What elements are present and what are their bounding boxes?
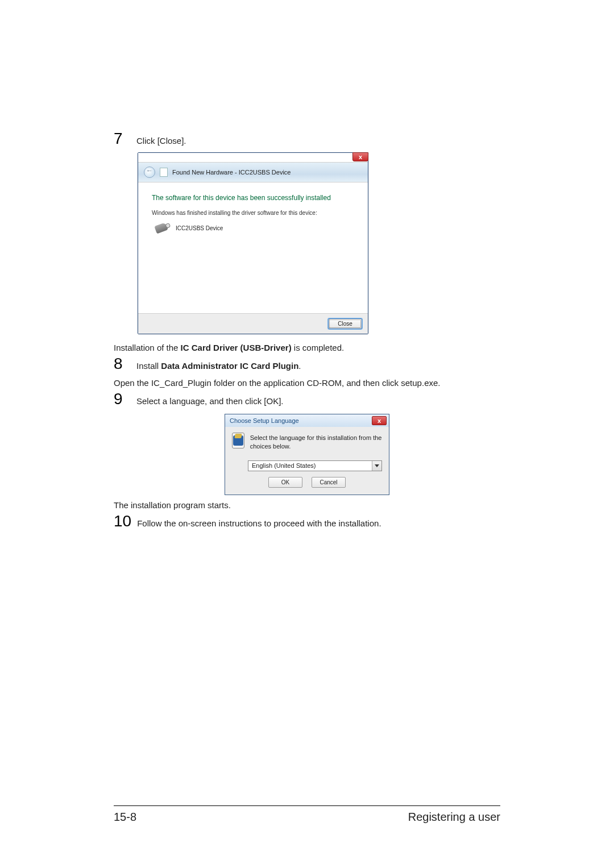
back-icon[interactable]: [144, 167, 155, 178]
device-row: ICC2USBS Device: [152, 224, 354, 232]
step-9: 9 Select a language, and then click [OK]…: [114, 391, 500, 408]
plugin-name: Data Administrator IC Card Plugin: [161, 361, 298, 371]
close-button[interactable]: Close: [328, 318, 362, 329]
dialog-footer: Close: [138, 313, 368, 334]
ok-button[interactable]: OK: [268, 477, 302, 488]
page: 7 Click [Close]. x Found New Hardware - …: [0, 0, 614, 868]
step-number: 7: [114, 131, 131, 147]
footer-divider: [114, 805, 500, 806]
text: .: [298, 361, 301, 371]
language-select[interactable]: English (United States): [248, 460, 382, 471]
step-number: 10: [114, 513, 131, 529]
button-row: OK Cancel: [232, 477, 382, 488]
text: Installation of the: [114, 343, 181, 352]
choose-language-dialog: Choose Setup Language x Select the langu…: [225, 414, 389, 495]
cancel-button[interactable]: Cancel: [312, 477, 346, 488]
found-new-hardware-dialog: x Found New Hardware - ICC2USBS Device T…: [138, 152, 368, 334]
page-icon: [160, 168, 168, 177]
driver-name: IC Card Driver (USB-Driver): [181, 343, 292, 352]
install-starts-line: The installation program starts.: [114, 499, 500, 512]
install-completed-line: Installation of the IC Card Driver (USB-…: [114, 341, 500, 355]
dialog-title: Found New Hardware - ICC2USBS Device: [172, 169, 291, 176]
selected-value: English (United States): [252, 462, 316, 469]
step-text: Follow the on-screen instructions to pro…: [137, 513, 381, 530]
step-text: Click [Close].: [136, 131, 186, 148]
step-number: 9: [114, 391, 131, 407]
titlebar: x: [138, 153, 368, 162]
text: is completed.: [292, 343, 345, 352]
step-7: 7 Click [Close].: [114, 131, 500, 148]
dialog-message: Select the language for this installatio…: [250, 433, 382, 451]
titlebar: Choose Setup Language x: [225, 414, 389, 427]
device-name: ICC2USBS Device: [176, 225, 223, 231]
dialog-header: Found New Hardware - ICC2USBS Device: [138, 162, 368, 182]
step-number: 8: [114, 356, 131, 372]
dialog-body: Select the language for this installatio…: [225, 427, 389, 495]
setup-icon: [232, 433, 244, 448]
dialog-subtext: Windows has finished installing the driv…: [152, 210, 354, 216]
footer-row: 15-8 Registering a user: [114, 811, 500, 824]
dialog-body: The software for this device has been su…: [138, 182, 368, 313]
close-icon[interactable]: x: [372, 416, 387, 425]
device-icon: [154, 222, 168, 234]
chevron-down-icon[interactable]: [372, 461, 381, 471]
page-number: 15-8: [114, 811, 136, 824]
step-10: 10 Follow the on-screen instructions to …: [114, 513, 500, 530]
step-text: Install Data Administrator IC Card Plugi…: [136, 356, 301, 373]
dialog-heading: The software for this device has been su…: [152, 194, 354, 202]
text: Install: [136, 361, 161, 371]
open-plugin-line: Open the IC_Card_Plugin folder on the ap…: [114, 376, 500, 390]
page-footer: 15-8 Registering a user: [114, 805, 500, 824]
section-title: Registering a user: [408, 811, 500, 824]
step-text: Select a language, and then click [OK].: [136, 391, 284, 408]
message-row: Select the language for this installatio…: [232, 433, 382, 451]
step-8: 8 Install Data Administrator IC Card Plu…: [114, 356, 500, 373]
close-icon[interactable]: x: [352, 152, 368, 161]
dialog-title: Choose Setup Language: [230, 417, 299, 424]
